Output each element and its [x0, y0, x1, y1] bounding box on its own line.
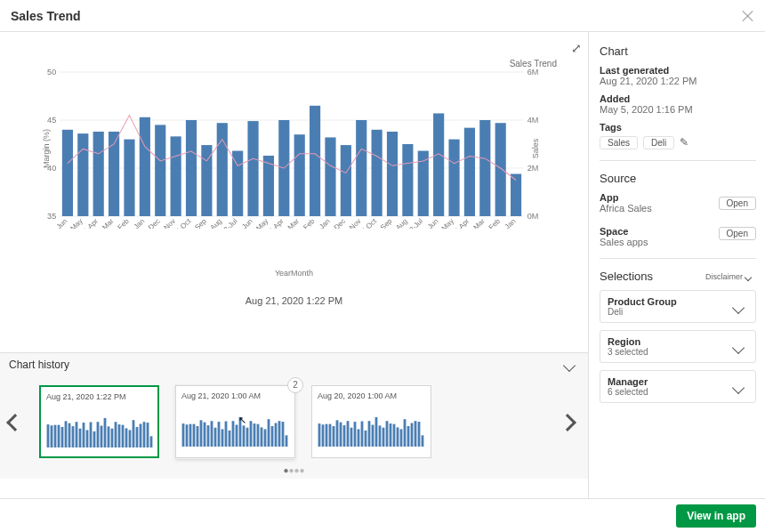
- svg-rect-111: [207, 425, 210, 447]
- svg-rect-98: [133, 420, 135, 447]
- svg-rect-113: [214, 428, 217, 447]
- side-panel: Chart Last generated Aug 21, 2020 1:22 P…: [589, 32, 765, 498]
- tag[interactable]: Sales: [600, 136, 638, 149]
- svg-rect-101: [143, 422, 146, 447]
- svg-rect-17: [140, 117, 150, 216]
- page-title: Sales Trend: [11, 9, 742, 23]
- history-toggle[interactable]: Chart history: [0, 353, 588, 376]
- svg-rect-137: [329, 424, 332, 447]
- svg-rect-158: [404, 419, 407, 447]
- svg-rect-31: [356, 120, 366, 216]
- svg-rect-100: [140, 424, 142, 447]
- selection-card[interactable]: Region3 selected: [600, 330, 756, 363]
- svg-rect-76: [54, 425, 57, 447]
- chevron-right-icon: [559, 414, 576, 431]
- svg-rect-99: [136, 427, 139, 447]
- history-prev-button[interactable]: [5, 415, 30, 429]
- svg-rect-87: [93, 431, 96, 447]
- svg-rect-155: [393, 424, 396, 447]
- history-dots: ●●●●: [0, 463, 588, 479]
- svg-rect-36: [433, 113, 444, 216]
- svg-rect-38: [464, 128, 475, 216]
- history-next-button[interactable]: [558, 415, 583, 429]
- svg-rect-133: [286, 435, 288, 447]
- svg-rect-12: [62, 130, 73, 216]
- svg-rect-96: [125, 428, 128, 447]
- svg-rect-82: [76, 422, 78, 447]
- svg-text:0M: 0M: [527, 212, 539, 221]
- svg-rect-16: [124, 140, 134, 216]
- svg-rect-105: [186, 424, 189, 447]
- svg-rect-103: [150, 436, 153, 447]
- disclaimer-link[interactable]: Disclaimer: [705, 272, 756, 281]
- svg-rect-154: [390, 423, 392, 447]
- selection-card[interactable]: Product GroupDeli: [600, 290, 756, 323]
- svg-rect-93: [115, 422, 117, 447]
- svg-rect-24: [247, 121, 258, 216]
- svg-rect-128: [268, 419, 270, 447]
- chevron-down-icon: [732, 301, 745, 313]
- svg-rect-163: [422, 435, 424, 447]
- svg-rect-22: [217, 123, 228, 216]
- cursor-icon: ↖: [238, 415, 246, 426]
- chevron-down-icon: [732, 381, 745, 393]
- chevron-left-icon: [6, 414, 24, 431]
- svg-text:4M: 4M: [527, 116, 539, 125]
- svg-rect-117: [229, 431, 231, 447]
- svg-text:35: 35: [47, 212, 56, 221]
- svg-rect-78: [61, 427, 64, 447]
- svg-rect-150: [375, 417, 378, 447]
- svg-rect-157: [400, 429, 403, 447]
- svg-rect-75: [51, 425, 53, 447]
- svg-rect-148: [368, 421, 371, 447]
- svg-rect-134: [318, 423, 321, 447]
- svg-rect-126: [261, 427, 263, 447]
- svg-rect-153: [386, 421, 389, 447]
- svg-rect-125: [257, 424, 260, 447]
- svg-rect-29: [325, 137, 335, 216]
- selection-card[interactable]: Manager6 selected: [600, 370, 756, 403]
- svg-rect-152: [382, 428, 385, 447]
- chart-timestamp: Aug 21, 2020 1:22 PM: [18, 295, 570, 306]
- svg-rect-94: [118, 424, 121, 447]
- svg-rect-143: [350, 428, 353, 447]
- chevron-down-icon: [745, 273, 752, 280]
- svg-rect-132: [282, 422, 285, 447]
- svg-rect-122: [246, 428, 249, 447]
- svg-rect-130: [275, 423, 278, 447]
- svg-rect-34: [402, 144, 413, 216]
- open-space-button[interactable]: Open: [719, 227, 756, 240]
- history-thumb[interactable]: Aug 20, 2020 1:00 AM: [311, 385, 431, 458]
- svg-rect-162: [418, 422, 421, 447]
- edit-tags-icon[interactable]: [680, 138, 690, 149]
- svg-rect-32: [372, 130, 382, 216]
- svg-rect-149: [372, 425, 374, 447]
- svg-rect-138: [333, 426, 335, 447]
- view-in-app-button[interactable]: View in app: [676, 504, 756, 528]
- svg-rect-86: [90, 422, 93, 447]
- svg-rect-159: [407, 426, 410, 447]
- svg-rect-77: [58, 425, 60, 447]
- svg-rect-40: [495, 123, 506, 216]
- added-value: May 5, 2020 1:16 PM: [600, 104, 756, 115]
- svg-rect-92: [111, 429, 114, 447]
- svg-rect-107: [193, 424, 196, 447]
- svg-rect-37: [448, 140, 459, 216]
- close-icon[interactable]: [742, 10, 754, 22]
- svg-rect-23: [232, 151, 243, 216]
- svg-rect-121: [243, 425, 246, 447]
- svg-text:50: 50: [47, 69, 56, 77]
- svg-rect-41: [511, 173, 521, 216]
- svg-text:6M: 6M: [527, 69, 539, 77]
- tag[interactable]: Deli: [643, 136, 674, 149]
- main-chart: Sales Trend 354045500M2M4M6M2014-Jun2014…: [0, 32, 588, 352]
- history-thumb[interactable]: Aug 21, 2020 1:00 AM2↖: [175, 385, 295, 458]
- history-thumb[interactable]: Aug 21, 2020 1:22 PM: [39, 385, 159, 458]
- svg-rect-89: [101, 426, 103, 447]
- svg-rect-88: [97, 422, 100, 447]
- svg-rect-102: [147, 423, 149, 447]
- open-app-button[interactable]: Open: [719, 197, 756, 210]
- chevron-down-icon: [563, 359, 576, 372]
- svg-rect-20: [186, 120, 197, 216]
- svg-rect-144: [354, 422, 357, 447]
